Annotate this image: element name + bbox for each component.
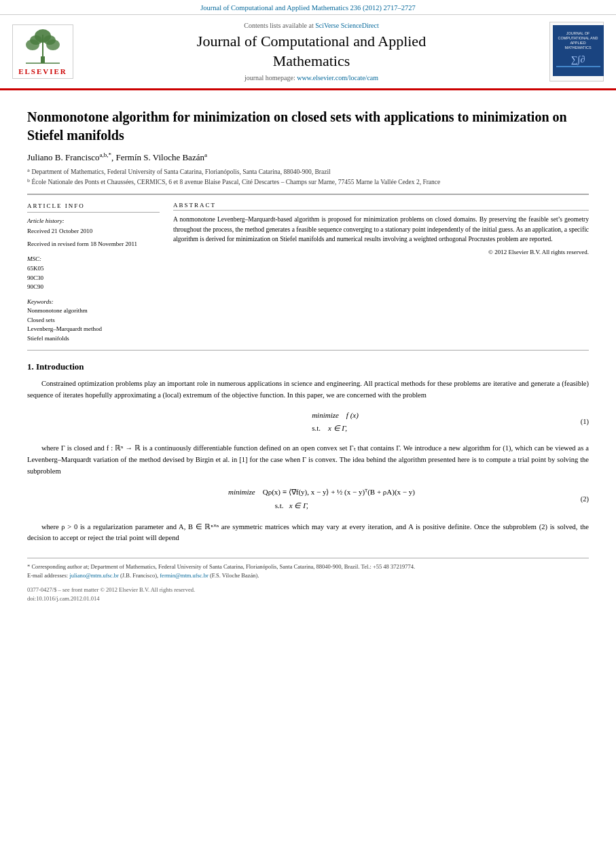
svg-rect-0 [41,56,45,63]
journal-title: Journal of Computational and Applied Mat… [80,32,543,71]
svg-rect-14 [556,66,600,67]
svg-text:MATHEMATICS: MATHEMATICS [564,46,592,50]
eq1-x: x ∈ Γ, [328,424,347,432]
received1: Received 21 October 2010 [27,227,160,236]
elsevier-tree-icon [19,28,67,65]
received2: Received in revised form 18 November 201… [27,240,160,249]
eq2-number: (2) [581,494,589,505]
msc1: 65K05 [27,264,160,274]
journal-logo-right: JOURNAL OF COMPUTATIONAL AND APPLIED MAT… [549,22,604,82]
journal-center: Contents lists available at SciVerse Sci… [80,22,543,81]
svg-text:∑∫∂: ∑∫∂ [571,54,585,65]
equation-2: minimize Qρ(x) ≡ ⟨∇f(y), x − y⟩ + ½ (x −… [27,485,589,513]
article-info-header: ARTICLE INFO [27,202,160,213]
kw2: Closed sets [27,316,160,325]
abstract-col: ABSTRACT A nonmonotone Levenberg–Marquar… [173,202,589,344]
history-label: Article history: [27,217,160,226]
contents-line: Contents lists available at SciVerse Sci… [80,22,543,29]
eq1-number: (1) [581,416,589,428]
svg-text:JOURNAL OF: JOURNAL OF [566,31,590,35]
homepage-link[interactable]: www.elsevier.com/locate/cam [297,74,378,82]
affiliation-b: ᵇ École Nationale des Ponts et Chaussées… [27,177,589,187]
article-info-abstract: ARTICLE INFO Article history: Received 2… [27,202,589,344]
msc3: 90C90 [27,283,160,292]
eq1-st: s.t. [312,424,321,432]
eq2-Q: Qρ(x) ≡ ⟨∇f(y), x − y⟩ + [263,488,336,496]
journal-cover-icon: JOURNAL OF COMPUTATIONAL AND APPLIED MAT… [553,25,604,76]
keywords-label: Keywords: [27,298,160,307]
doi-line: doi:10.1016/j.cam.2012.01.014 [27,594,589,604]
main-content: Nonmonotone algorithm for minimization o… [0,90,616,618]
email1-link[interactable]: juliano@mtm.ufsc.br [69,572,119,579]
elsevier-label: ELSEVIER [16,67,70,75]
intro-section-title: 1. Introduction [27,360,589,374]
copyright: © 2012 Elsevier B.V. All rights reserved… [173,249,589,255]
eq2-x: x ∈ Γ, [289,501,308,509]
eq1-minimize: minimize [312,411,339,419]
journal-citation: Journal of Computational and Applied Mat… [0,0,616,15]
affiliation-a: ᵃ Department of Mathematics, Federal Uni… [27,167,589,177]
body-text: 1. Introduction Constrained optimization… [27,360,589,544]
elsevier-logo-left: ELSEVIER [12,24,73,79]
kw1: Nonmonotone algorithm [27,306,160,316]
kw3: Levenberg–Marquardt method [27,325,160,334]
email2-link[interactable]: fermin@mtm.ufsc.br [160,572,209,579]
eq2-rest: (x − y)ᵀ(B + ρA)(x − y) [344,488,415,496]
svg-text:APPLIED: APPLIED [570,41,585,45]
header-divider [27,194,589,195]
article-info-col: ARTICLE INFO Article history: Received 2… [27,202,160,344]
msc2: 90C30 [27,274,160,283]
intro-para3: where ρ > 0 is a regularization paramete… [27,522,589,545]
section-divider [27,350,589,351]
footnote-star: * Corresponding author at; Department of… [27,562,589,571]
svg-point-5 [30,35,42,45]
bottom-bar: 0377-0427/$ – see front matter © 2012 El… [27,586,589,604]
keywords-block: Keywords: Nonmonotone algorithm Closed s… [27,298,160,344]
abstract-text: A nonmonotone Levenberg–Marquardt-based … [173,215,589,245]
author2-sup: a [204,151,207,158]
intro-para1: Constrained optimization problems play a… [27,378,589,401]
author1-name: Juliano B. Francisco [27,152,100,162]
journal-header: ELSEVIER Contents lists available at Sci… [0,15,616,90]
sciverse-link[interactable]: SciVerse ScienceDirect [315,22,379,29]
kw4: Stiefel manifolds [27,334,160,344]
eq2-st: s.t. [275,501,284,509]
citation-text: Journal of Computational and Applied Mat… [200,4,416,12]
issn-line: 0377-0427/$ – see front matter © 2012 El… [27,586,589,595]
eq2-minimize: minimize [228,488,255,496]
svg-point-6 [43,35,56,45]
footnote-emails: E-mail addresses: juliano@mtm.ufsc.br (J… [27,571,589,580]
footnote-area: * Corresponding author at; Department of… [27,558,589,580]
journal-homepage: journal homepage: www.elsevier.com/locat… [80,74,543,82]
intro-para2: where Γ is closed and f : ℝⁿ → ℝ is a co… [27,443,589,477]
eq2-half: ½ [337,488,342,496]
equation-1: minimize f (x) s.t. x ∈ Γ, (1) [27,408,589,436]
abstract-header: ABSTRACT [173,202,589,211]
article-title: Nonmonotone algorithm for minimization o… [27,108,589,145]
svg-text:COMPUTATIONAL AND: COMPUTATIONAL AND [558,36,598,40]
authors-line: Juliano B. Franciscoa,b,*, Fermín S. Vil… [27,151,589,163]
affiliations: ᵃ Department of Mathematics, Federal Uni… [27,167,589,187]
msc-label: MSC: [27,255,160,264]
author2-name: Fermín S. Viloche Bazán [116,152,204,162]
author1-sup: a,b,* [100,151,112,158]
msc-block: MSC: 65K05 90C30 90C90 [27,255,160,292]
eq1-f: f (x) [346,411,359,419]
